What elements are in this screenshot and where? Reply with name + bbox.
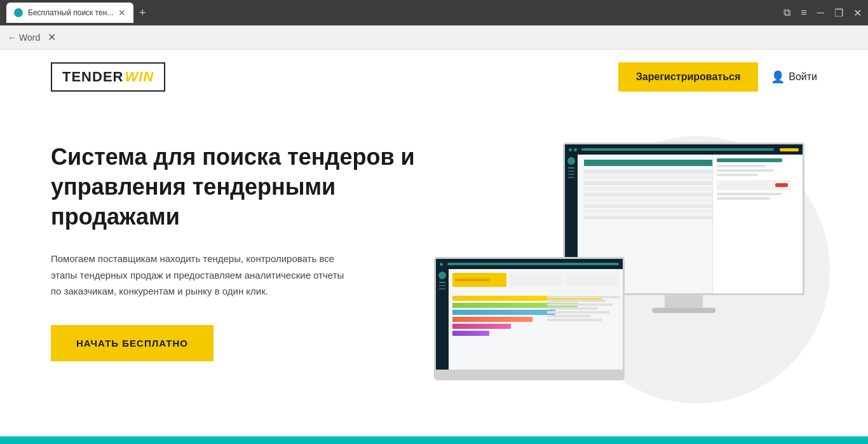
maximize-button[interactable]: ❐ bbox=[834, 7, 843, 19]
sidebar-item-1 bbox=[568, 167, 574, 169]
hero-image bbox=[434, 130, 817, 397]
laptop-body bbox=[436, 269, 623, 370]
close-tab-icon[interactable]: ✕ bbox=[118, 8, 126, 17]
logo[interactable]: TENDER WIN bbox=[51, 62, 165, 92]
new-tab-button[interactable]: + bbox=[133, 4, 151, 22]
funnel-bar-3 bbox=[452, 310, 555, 315]
login-label: Войти bbox=[789, 71, 817, 83]
topbar-yellow bbox=[780, 148, 799, 151]
screen-dot-1 bbox=[569, 148, 572, 151]
stats-row bbox=[449, 269, 623, 291]
register-button[interactable]: Зарегистрироваться bbox=[618, 62, 758, 92]
panel-badge bbox=[717, 180, 790, 190]
close-button[interactable]: ✕ bbox=[853, 7, 862, 19]
laptop-sidebar-item-2 bbox=[439, 285, 445, 286]
login-link[interactable]: 👤 Войти bbox=[771, 70, 817, 84]
sidebar-item-2 bbox=[568, 170, 574, 172]
back-arrow-icon: ← bbox=[8, 32, 17, 43]
funnel-bar-5 bbox=[452, 324, 511, 329]
hero-text: Система для поиска тендеров и управления… bbox=[51, 130, 434, 361]
f-row-7 bbox=[547, 319, 602, 321]
laptop-sidebar-logo bbox=[438, 272, 446, 279]
mockup-container bbox=[434, 130, 817, 397]
funnel-right-table bbox=[545, 293, 623, 324]
sidebar-logo bbox=[567, 157, 575, 165]
right-panel bbox=[712, 155, 803, 293]
stat-3 bbox=[565, 273, 619, 287]
laptop-sidebar-item-1 bbox=[439, 282, 445, 283]
header-actions: Зарегистрироваться 👤 Войти bbox=[618, 62, 817, 92]
sidebar-item-4 bbox=[568, 177, 574, 178]
laptop-mockup bbox=[434, 257, 625, 397]
tab-icon-button[interactable]: ⧉ bbox=[783, 7, 790, 18]
browser-chrome: Бесплатный поиск тен... ✕ + ⧉ ≡ ─ ❐ ✕ bbox=[0, 0, 868, 25]
funnel-bar-4 bbox=[452, 317, 532, 322]
menu-button[interactable]: ≡ bbox=[801, 7, 806, 18]
hero-section: Система для поиска тендеров и управления… bbox=[0, 104, 868, 397]
tab-title: Бесплатный поиск тен... bbox=[28, 8, 113, 17]
logo-tender-text: TENDER bbox=[62, 69, 123, 85]
laptop-screen bbox=[434, 257, 625, 371]
bottom-bar bbox=[0, 436, 868, 444]
tab-bar: Бесплатный поиск тен... ✕ + bbox=[6, 0, 778, 25]
laptop-topbar-bar bbox=[447, 263, 619, 265]
browser-controls: ⧉ ≡ ─ ❐ ✕ bbox=[783, 7, 862, 19]
f-row-3 bbox=[547, 303, 613, 306]
f-row-1 bbox=[547, 296, 620, 298]
stat-2 bbox=[509, 273, 563, 287]
panel-header bbox=[717, 158, 782, 162]
laptop-dot bbox=[440, 263, 443, 266]
f-row-6 bbox=[547, 315, 591, 317]
active-tab[interactable]: Бесплатный поиск тен... ✕ bbox=[6, 3, 133, 23]
monitor-base bbox=[652, 308, 715, 313]
stat-1-bar bbox=[455, 279, 489, 281]
laptop-main bbox=[449, 269, 623, 370]
panel-row-2 bbox=[717, 169, 774, 172]
funnel-chart bbox=[449, 293, 623, 338]
laptop-screen-content bbox=[436, 259, 623, 370]
panel-row-3 bbox=[717, 174, 757, 176]
monitor-stand bbox=[665, 295, 703, 308]
funnel-bar-6 bbox=[452, 331, 489, 336]
hero-title: Система для поиска тендеров и управления… bbox=[51, 142, 434, 232]
user-icon: 👤 bbox=[771, 70, 785, 84]
f-row-4 bbox=[547, 307, 599, 310]
tab-favicon bbox=[14, 8, 23, 17]
monitor-topbar bbox=[565, 144, 803, 155]
logo-win-text: WIN bbox=[125, 69, 154, 85]
stat-1 bbox=[452, 273, 506, 287]
start-free-button[interactable]: НАЧАТЬ БЕСПЛАТНО bbox=[51, 325, 214, 361]
address-bar-row: ← Word ✕ bbox=[0, 25, 868, 50]
topbar-bar bbox=[581, 148, 774, 151]
minimize-button[interactable]: ─ bbox=[817, 7, 824, 18]
hero-description: Помогаем поставщикам находить тендеры, к… bbox=[51, 251, 356, 300]
f-row-5 bbox=[547, 311, 609, 314]
site-header: TENDER WIN Зарегистрироваться 👤 Войти bbox=[0, 50, 868, 104]
screen-dot-2 bbox=[574, 148, 577, 151]
panel-row-4 bbox=[717, 193, 782, 195]
back-button[interactable]: ← Word bbox=[8, 32, 40, 43]
word-close-button[interactable]: ✕ bbox=[48, 31, 56, 43]
panel-row-5 bbox=[717, 197, 770, 200]
sidebar-item-3 bbox=[568, 174, 574, 175]
f-row-2 bbox=[547, 300, 606, 302]
laptop-topbar bbox=[436, 259, 623, 269]
word-nav-label: Word bbox=[19, 32, 40, 43]
badge-red bbox=[775, 183, 788, 187]
panel-row-1 bbox=[717, 165, 766, 167]
laptop-sidebar bbox=[436, 269, 449, 370]
laptop-sidebar-item-3 bbox=[439, 288, 445, 289]
page-content: TENDER WIN Зарегистрироваться 👤 Войти Си… bbox=[0, 50, 868, 444]
laptop-bottom bbox=[434, 371, 625, 380]
